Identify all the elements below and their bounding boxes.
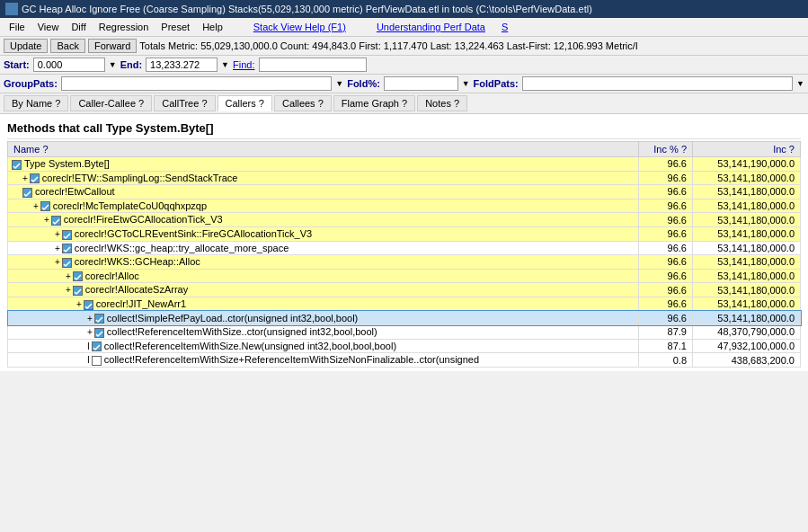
row-checkbox[interactable]	[22, 188, 32, 198]
expand-icon[interactable]: +	[87, 327, 93, 337]
tab-callees[interactable]: Callees ?	[274, 95, 332, 111]
row-checkbox[interactable]	[62, 258, 72, 268]
forward-button[interactable]: Forward	[88, 39, 137, 53]
table-row[interactable]: +coreclr!WKS::GCHeap::Alloc96.653,141,18…	[8, 255, 801, 270]
cell-inc-pct: 96.6	[639, 185, 693, 200]
table-row[interactable]: +coreclr!WKS::gc_heap::try_allocate_more…	[8, 241, 801, 255]
row-checkbox[interactable]	[51, 216, 61, 226]
expand-icon[interactable]: +	[44, 215, 49, 225]
table-row[interactable]: Icollect!ReferenceItemWithSize+Reference…	[8, 353, 801, 368]
cell-inc: 53,141,190,000.0	[693, 157, 801, 172]
expand-icon[interactable]: +	[87, 314, 93, 324]
stack-view-help-link[interactable]: Stack View Help (F1)	[248, 20, 351, 34]
table-row[interactable]: +collect!SimpleRefPayLoad..ctor(unsigned…	[8, 311, 801, 325]
foldpct-arrow[interactable]: ▼	[462, 79, 470, 88]
start-arrow[interactable]: ▼	[109, 60, 117, 69]
cell-inc-pct: 96.6	[639, 157, 693, 172]
grouppats-arrow[interactable]: ▼	[335, 79, 343, 88]
expand-icon[interactable]: +	[66, 271, 71, 281]
expand-icon[interactable]: +	[22, 173, 28, 183]
update-button[interactable]: Update	[4, 39, 48, 53]
row-checkbox[interactable]	[73, 271, 83, 281]
table-row[interactable]: +coreclr!ETW::SamplingLog::SendStackTrac…	[8, 171, 801, 185]
table-row[interactable]: +coreclr!McTemplateCoU0qqhxpzqp96.653,14…	[8, 199, 801, 213]
back-button[interactable]: Back	[50, 39, 84, 53]
cell-inc: 53,141,180,000.0	[693, 185, 801, 200]
cell-name: +coreclr!FireEtwGCAllocationTick_V3	[8, 213, 639, 227]
cell-inc-pct: 96.6	[639, 226, 693, 241]
cell-inc: 53,141,180,000.0	[693, 226, 801, 241]
tab-caller-callee[interactable]: Caller-Callee ?	[70, 95, 152, 111]
grouppats-input[interactable]	[61, 76, 332, 91]
menu-regression[interactable]: Regression	[93, 20, 155, 34]
cell-inc: 53,141,180,000.0	[693, 213, 801, 227]
menu-view[interactable]: View	[32, 20, 65, 34]
s-link[interactable]: S	[496, 20, 513, 34]
find-label[interactable]: Find:	[233, 59, 254, 70]
expand-icon[interactable]: +	[55, 257, 60, 267]
menu-help[interactable]: Help	[197, 20, 228, 34]
expand-icon[interactable]: +	[55, 244, 60, 253]
table-row[interactable]: Type System.Byte[]96.653,141,190,000.0	[8, 157, 801, 172]
find-input[interactable]	[259, 58, 367, 72]
row-checkbox[interactable]	[73, 286, 83, 296]
row-checkbox[interactable]	[40, 201, 50, 211]
row-checkbox[interactable]	[92, 356, 102, 366]
menu-diff[interactable]: Diff	[66, 20, 91, 34]
expand-icon: I	[87, 355, 90, 365]
cell-inc-pct: 96.6	[639, 213, 693, 227]
cell-name-text: coreclr!EtwCallout	[35, 186, 115, 197]
table-row[interactable]: +coreclr!AllocateSzArray96.653,141,180,0…	[8, 283, 801, 297]
tab-callers[interactable]: Callers ?	[218, 95, 272, 111]
row-checkbox[interactable]	[92, 341, 102, 351]
row-checkbox[interactable]	[30, 173, 40, 183]
row-checkbox[interactable]	[94, 314, 104, 324]
table-row[interactable]: +coreclr!Alloc96.653,141,180,000.0	[8, 269, 801, 283]
group-row: GroupPats: ▼ Fold%: ▼ FoldPats: ▼	[0, 75, 808, 93]
foldpats-arrow[interactable]: ▼	[796, 79, 804, 88]
end-arrow[interactable]: ▼	[221, 60, 229, 69]
foldpats-input[interactable]	[522, 76, 793, 91]
expand-icon[interactable]: +	[66, 285, 71, 295]
grouppats-label: GroupPats:	[4, 78, 58, 89]
foldpct-input[interactable]	[384, 76, 458, 91]
start-input[interactable]	[33, 58, 105, 72]
cell-inc: 53,141,180,000.0	[693, 199, 801, 213]
expand-icon[interactable]: +	[33, 201, 39, 211]
col-header-inc-pct[interactable]: Inc % ?	[639, 142, 693, 157]
row-checkbox[interactable]	[62, 230, 72, 240]
cell-inc: 47,932,100,000.0	[693, 339, 801, 353]
tab-call-tree[interactable]: CallTree ?	[154, 95, 215, 111]
understanding-perf-link[interactable]: Understanding Perf Data	[371, 20, 491, 34]
expand-icon[interactable]: +	[55, 229, 60, 239]
col-header-inc[interactable]: Inc ?	[693, 142, 801, 157]
row-checkbox[interactable]	[84, 300, 93, 310]
menu-preset[interactable]: Preset	[155, 20, 195, 34]
table-row[interactable]: +coreclr!FireEtwGCAllocationTick_V396.65…	[8, 213, 801, 227]
expand-icon: I	[87, 341, 90, 351]
row-checkbox[interactable]	[62, 244, 72, 253]
table-row[interactable]: +coreclr!GCToCLREventSink::FireGCAllocat…	[8, 226, 801, 241]
tab-notes[interactable]: Notes ?	[417, 95, 467, 111]
foldpct-label: Fold%:	[347, 78, 380, 89]
row-checkbox[interactable]	[94, 328, 104, 338]
end-input[interactable]	[146, 58, 218, 72]
table-row[interactable]: Icollect!ReferenceItemWithSize.New(unsig…	[8, 339, 801, 353]
cell-inc-pct: 87.9	[639, 325, 693, 340]
cell-inc-pct: 96.6	[639, 269, 693, 283]
cell-inc: 48,370,790,000.0	[693, 325, 801, 340]
table-row[interactable]: +coreclr!JIT_NewArr196.653,141,180,000.0	[8, 297, 801, 311]
cell-inc-pct: 96.6	[639, 311, 693, 325]
menu-file[interactable]: File	[4, 20, 31, 34]
tab-by-name[interactable]: By Name ?	[4, 95, 68, 111]
row-checkbox[interactable]	[12, 160, 22, 170]
app-icon	[5, 3, 18, 15]
content-area: Methods that call Type System.Byte[] Nam…	[0, 114, 808, 371]
col-header-name[interactable]: Name ?	[8, 142, 639, 157]
expand-icon[interactable]: +	[76, 299, 82, 309]
table-row[interactable]: coreclr!EtwCallout96.653,141,180,000.0	[8, 185, 801, 200]
table-row[interactable]: +collect!ReferenceItemWithSize..ctor(uns…	[8, 325, 801, 340]
cell-name-text: coreclr!Alloc	[85, 270, 139, 281]
tab-flame-graph[interactable]: Flame Graph ?	[333, 95, 415, 111]
cell-inc-pct: 96.6	[639, 171, 693, 185]
